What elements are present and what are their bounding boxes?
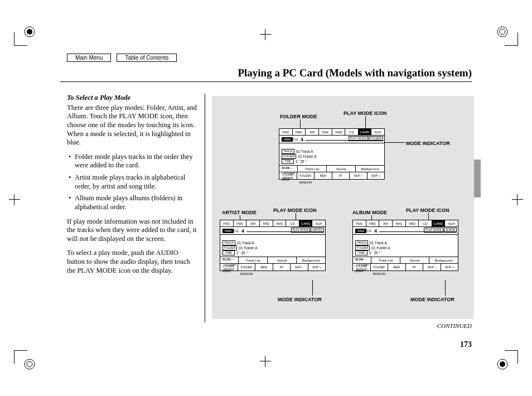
crosshair-icon	[260, 29, 271, 40]
page-number: 173	[460, 340, 472, 349]
subheading: To Select a Play Mode	[67, 94, 197, 103]
mode-indicator-album: ALBUM	[444, 228, 457, 233]
play-mode-button: PLAY MODE	[349, 136, 368, 141]
body-paragraph: There are three play modes: Folder, Arti…	[67, 104, 197, 147]
svg-point-7	[500, 29, 505, 35]
svg-point-4	[25, 359, 35, 369]
bullet-item: Folder mode plays tracks in the order th…	[67, 153, 197, 170]
label-artist-mode: ARTIST MODE	[222, 210, 257, 215]
registration-mark-icon	[496, 26, 509, 38]
bullet-item: Artist mode plays tracks in alphabetical…	[67, 173, 197, 191]
label-mode-indicator: MODE INDICATOR	[406, 141, 450, 146]
label-mode-indicator: MODE INDICATOR	[410, 297, 454, 302]
registration-mark-icon	[23, 26, 36, 38]
label-play-mode-icon: PLAY MODE ICON	[406, 207, 449, 213]
bullet-item: Album mode plays albums (folders) in alp…	[67, 194, 197, 211]
crosshair-icon	[9, 194, 20, 205]
illustration-area: FOLDER MODE PLAY MODE ICON MODE INDICATO…	[212, 96, 474, 319]
display-panel-artist: FM1FM2AMXM1XM2CDCARDAUX 10:12VOL4 PLAY M…	[220, 220, 326, 271]
display-panel-folder: FM1FM2AMXM1XM2CDCARDAUX 10:12 VOL 4 PLAY…	[279, 128, 385, 180]
label-play-mode-icon: PLAY MODE ICON	[344, 110, 387, 116]
svg-point-5	[27, 361, 32, 367]
label-album-mode: ALBUM MODE	[352, 210, 387, 215]
registration-mark-icon	[496, 358, 509, 370]
toc-link[interactable]: Table of Contents	[117, 54, 177, 62]
body-paragraph: To select a play mode, push the AUDIO bu…	[67, 249, 197, 275]
mode-indicator-artist: ARTIST	[311, 228, 324, 233]
column-divider	[205, 94, 205, 322]
label-mode-indicator: MODE INDICATOR	[278, 297, 322, 302]
wma-badge: WMA	[282, 137, 293, 142]
page-title: Playing a PC Card (Models with navigatio…	[238, 67, 472, 79]
continued-label: CONTINUED	[437, 322, 472, 329]
crosshair-icon	[512, 194, 523, 205]
registration-mark-icon	[23, 358, 36, 370]
display-panel-album: FM1FM2AMXM1XM2CDCARDAUX 10:12VOL4 PLAY M…	[352, 220, 458, 271]
label-folder-mode: FOLDER MODE	[280, 114, 317, 119]
main-menu-link[interactable]: Main Menu	[67, 54, 111, 62]
svg-point-3	[500, 361, 505, 367]
mode-indicator-folder: FOLDER	[369, 136, 383, 141]
crosshair-icon	[260, 356, 271, 367]
section-tab: Features	[473, 160, 481, 197]
body-paragraph: If play mode information was not include…	[67, 218, 197, 244]
title-rule	[60, 81, 472, 82]
svg-point-6	[497, 27, 507, 37]
svg-point-1	[27, 29, 32, 35]
label-play-mode-icon: PLAY MODE ICON	[273, 207, 317, 213]
